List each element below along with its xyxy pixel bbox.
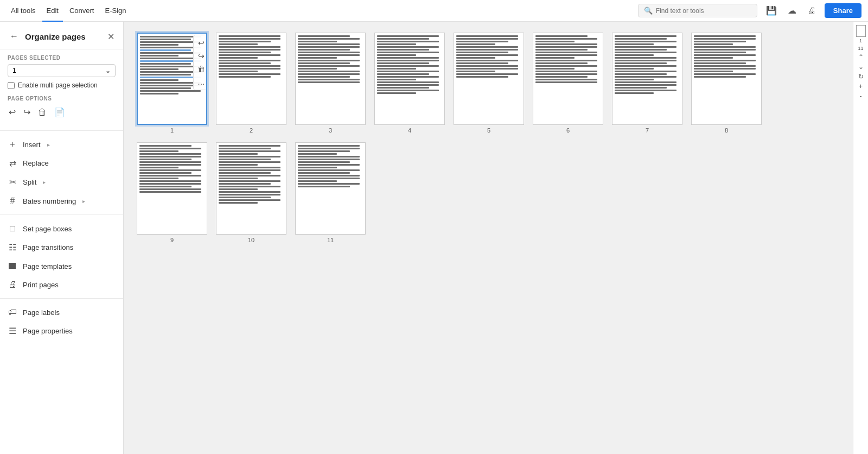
pi-nav-down[interactable]: ⌄ [858, 63, 864, 71]
undo-action-btn[interactable]: ↩ [195, 37, 207, 49]
upload-icon-btn[interactable]: ☁ [786, 3, 799, 18]
page-thumb-2[interactable]: 2 [216, 33, 286, 134]
page-line [298, 46, 360, 48]
page-line [219, 191, 280, 193]
nav-all-tools[interactable]: All tools [7, 4, 40, 17]
more-action-btn[interactable]: … [195, 76, 207, 88]
page-line [615, 60, 676, 61]
page-line [298, 161, 350, 163]
page-line [535, 41, 575, 42]
thumb-container-10[interactable] [216, 142, 286, 235]
nav-esign[interactable]: E-Sign [100, 4, 130, 17]
thumb-container-6[interactable] [533, 33, 603, 125]
thumb-container-7[interactable] [612, 33, 682, 125]
sidebar-item-set-page-boxes[interactable]: □ Set page boxes [0, 219, 123, 238]
thumb-container-9[interactable] [137, 142, 207, 235]
page-line [615, 84, 676, 86]
close-button[interactable]: ✕ [106, 30, 116, 43]
page-line [219, 175, 280, 176]
page-line [298, 172, 350, 174]
search-bar[interactable]: 🔍 [638, 4, 757, 17]
nav-edit[interactable]: Edit [42, 4, 63, 17]
page-line [139, 180, 201, 182]
sidebar-item-bates[interactable]: # Bates numbering ▸ [0, 192, 123, 210]
page-line [219, 156, 280, 157]
pi-label: 1 [859, 38, 862, 43]
save-icon-btn[interactable]: 💾 [764, 3, 779, 18]
page-line [219, 169, 280, 171]
page-line [694, 76, 746, 78]
pages-select-box[interactable]: 1 ⌄ [8, 64, 116, 77]
back-button[interactable]: ← [8, 29, 21, 43]
transitions-icon: ☷ [8, 242, 17, 253]
thumb-container-2[interactable] [216, 33, 286, 125]
pi-zoom-out[interactable]: - [860, 92, 862, 100]
thumb-container-4[interactable] [374, 33, 445, 125]
delete-action-btn[interactable]: 🗑 [195, 63, 207, 75]
page-line [219, 172, 271, 174]
thumb-container-5[interactable] [454, 33, 524, 125]
page-line [535, 71, 597, 72]
thumb-container-8[interactable] [691, 33, 762, 125]
page-line [219, 52, 271, 53]
pi-zoom-in[interactable]: + [859, 83, 863, 90]
page-line [219, 199, 280, 201]
sidebar-item-page-properties[interactable]: ☰ Page properties [0, 321, 123, 340]
page-indicator-panel: 1 11 ⌃ ⌄ ↻ + - [853, 22, 868, 454]
page-line [298, 175, 360, 176]
multipage-checkbox[interactable] [8, 82, 15, 89]
page-line [140, 55, 178, 56]
page-lines-5 [454, 33, 524, 124]
page-thumb-11[interactable]: 11 [295, 142, 366, 243]
page-number-6: 6 [566, 127, 570, 134]
page-line [219, 197, 271, 198]
sidebar-item-replace[interactable]: ⇄ Replace [0, 154, 123, 173]
page-thumb-1[interactable]: ↩↪🗑…1 [137, 33, 207, 134]
page-number-8: 8 [725, 127, 728, 134]
delete-btn[interactable]: 🗑 [37, 106, 48, 118]
extract-btn[interactable]: 📄 [53, 106, 66, 118]
sidebar-item-print-pages[interactable]: 🖨 Print pages [0, 275, 123, 294]
page-line [140, 52, 201, 54]
page-line [456, 41, 508, 42]
sidebar-item-page-templates[interactable]: ⯀ Page templates [0, 257, 123, 275]
page-line [298, 150, 350, 152]
sidebar-item-page-labels[interactable]: 🏷 Page labels [0, 303, 123, 321]
page-lines-8 [692, 33, 761, 124]
page-thumb-7[interactable]: 7 [612, 33, 682, 134]
redo-btn[interactable]: ↪ [22, 106, 31, 118]
page-line [615, 38, 667, 40]
search-input[interactable] [656, 7, 751, 15]
page-thumb-4[interactable]: 4 [374, 33, 445, 134]
page-thumb-8[interactable]: 8 [691, 33, 762, 134]
page-thumb-3[interactable]: 3 [295, 33, 366, 134]
page-line [140, 44, 178, 46]
page-line [219, 35, 280, 37]
page-line [615, 43, 654, 45]
page-line [140, 77, 201, 78]
page-thumb-9[interactable]: 9 [137, 142, 207, 243]
sidebar-item-page-transitions[interactable]: ☷ Page transitions [0, 238, 123, 257]
share-button[interactable]: Share [825, 3, 861, 18]
pi-nav-up[interactable]: ⌃ [858, 53, 864, 61]
redo-action-btn[interactable]: ↪ [195, 50, 207, 62]
split-arrow: ▸ [43, 179, 46, 185]
page-thumb-5[interactable]: 5 [454, 33, 524, 134]
print-icon-btn[interactable]: 🖨 [805, 4, 818, 18]
page-line [298, 186, 350, 187]
thumb-container-3[interactable] [295, 33, 366, 125]
nav-convert[interactable]: Convert [65, 4, 99, 17]
page-thumb-6[interactable]: 6 [533, 33, 603, 134]
page-line [219, 76, 271, 78]
page-line [298, 71, 360, 72]
undo-btn[interactable]: ↩ [8, 106, 17, 118]
thumb-container-1[interactable]: ↩↪🗑… [137, 33, 207, 125]
sidebar-item-split[interactable]: ✂ Split ▸ [0, 173, 123, 192]
thumb-container-11[interactable] [295, 142, 366, 235]
page-number-7: 7 [646, 127, 649, 134]
top-bar: All tools Edit Convert E-Sign 🔍 💾 ☁ 🖨 Sh… [0, 0, 868, 22]
sidebar-item-insert[interactable]: + Insert ▸ [0, 135, 123, 154]
page-thumb-10[interactable]: 10 [216, 142, 286, 243]
page-line [298, 49, 350, 51]
pi-refresh[interactable]: ↻ [858, 73, 864, 80]
